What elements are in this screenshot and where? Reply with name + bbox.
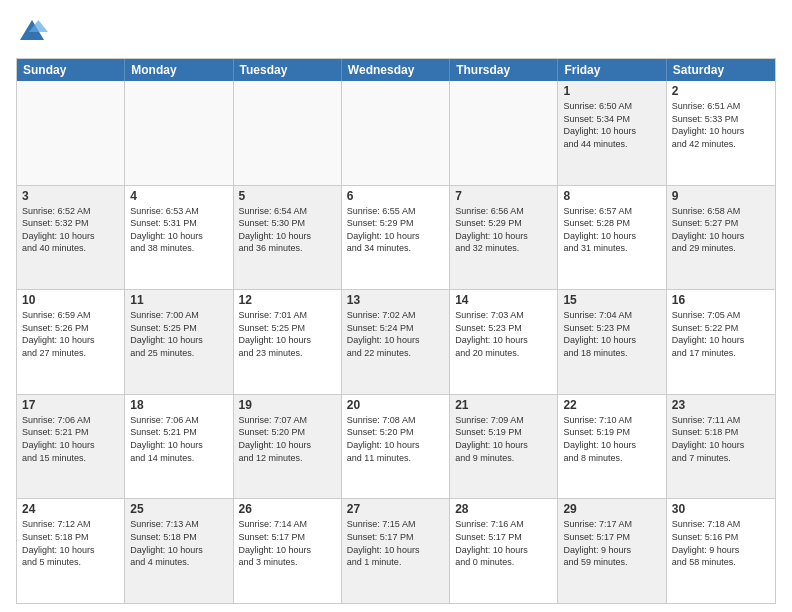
calendar-cell: 14Sunrise: 7:03 AM Sunset: 5:23 PM Dayli… — [450, 290, 558, 394]
day-number: 21 — [455, 398, 552, 412]
weekday-header: Sunday — [17, 59, 125, 81]
day-number: 22 — [563, 398, 660, 412]
calendar-cell: 12Sunrise: 7:01 AM Sunset: 5:25 PM Dayli… — [234, 290, 342, 394]
day-info: Sunrise: 7:02 AM Sunset: 5:24 PM Dayligh… — [347, 309, 444, 359]
day-info: Sunrise: 6:53 AM Sunset: 5:31 PM Dayligh… — [130, 205, 227, 255]
day-info: Sunrise: 7:16 AM Sunset: 5:17 PM Dayligh… — [455, 518, 552, 568]
weekday-header: Friday — [558, 59, 666, 81]
calendar-cell: 13Sunrise: 7:02 AM Sunset: 5:24 PM Dayli… — [342, 290, 450, 394]
calendar-row: 24Sunrise: 7:12 AM Sunset: 5:18 PM Dayli… — [17, 498, 775, 603]
day-info: Sunrise: 7:06 AM Sunset: 5:21 PM Dayligh… — [130, 414, 227, 464]
day-number: 10 — [22, 293, 119, 307]
calendar-body: 1Sunrise: 6:50 AM Sunset: 5:34 PM Daylig… — [17, 81, 775, 603]
day-info: Sunrise: 7:18 AM Sunset: 5:16 PM Dayligh… — [672, 518, 770, 568]
calendar-cell: 26Sunrise: 7:14 AM Sunset: 5:17 PM Dayli… — [234, 499, 342, 603]
day-info: Sunrise: 7:07 AM Sunset: 5:20 PM Dayligh… — [239, 414, 336, 464]
day-info: Sunrise: 7:03 AM Sunset: 5:23 PM Dayligh… — [455, 309, 552, 359]
day-number: 2 — [672, 84, 770, 98]
day-info: Sunrise: 7:10 AM Sunset: 5:19 PM Dayligh… — [563, 414, 660, 464]
calendar-row: 3Sunrise: 6:52 AM Sunset: 5:32 PM Daylig… — [17, 185, 775, 290]
day-info: Sunrise: 7:04 AM Sunset: 5:23 PM Dayligh… — [563, 309, 660, 359]
calendar-cell: 2Sunrise: 6:51 AM Sunset: 5:33 PM Daylig… — [667, 81, 775, 185]
day-info: Sunrise: 6:58 AM Sunset: 5:27 PM Dayligh… — [672, 205, 770, 255]
day-number: 19 — [239, 398, 336, 412]
weekday-header: Wednesday — [342, 59, 450, 81]
day-number: 1 — [563, 84, 660, 98]
calendar-cell: 7Sunrise: 6:56 AM Sunset: 5:29 PM Daylig… — [450, 186, 558, 290]
day-info: Sunrise: 7:13 AM Sunset: 5:18 PM Dayligh… — [130, 518, 227, 568]
day-info: Sunrise: 7:17 AM Sunset: 5:17 PM Dayligh… — [563, 518, 660, 568]
weekday-header: Monday — [125, 59, 233, 81]
calendar-cell: 19Sunrise: 7:07 AM Sunset: 5:20 PM Dayli… — [234, 395, 342, 499]
day-number: 15 — [563, 293, 660, 307]
day-number: 6 — [347, 189, 444, 203]
day-number: 23 — [672, 398, 770, 412]
calendar-cell: 3Sunrise: 6:52 AM Sunset: 5:32 PM Daylig… — [17, 186, 125, 290]
day-info: Sunrise: 6:54 AM Sunset: 5:30 PM Dayligh… — [239, 205, 336, 255]
calendar-cell — [17, 81, 125, 185]
calendar-row: 17Sunrise: 7:06 AM Sunset: 5:21 PM Dayli… — [17, 394, 775, 499]
day-number: 30 — [672, 502, 770, 516]
day-number: 20 — [347, 398, 444, 412]
day-number: 13 — [347, 293, 444, 307]
weekday-header: Tuesday — [234, 59, 342, 81]
day-number: 25 — [130, 502, 227, 516]
calendar-cell: 30Sunrise: 7:18 AM Sunset: 5:16 PM Dayli… — [667, 499, 775, 603]
day-number: 7 — [455, 189, 552, 203]
day-number: 26 — [239, 502, 336, 516]
day-info: Sunrise: 7:15 AM Sunset: 5:17 PM Dayligh… — [347, 518, 444, 568]
header — [16, 16, 776, 48]
calendar-row: 10Sunrise: 6:59 AM Sunset: 5:26 PM Dayli… — [17, 289, 775, 394]
calendar-cell — [234, 81, 342, 185]
calendar-cell: 24Sunrise: 7:12 AM Sunset: 5:18 PM Dayli… — [17, 499, 125, 603]
day-info: Sunrise: 7:05 AM Sunset: 5:22 PM Dayligh… — [672, 309, 770, 359]
day-info: Sunrise: 6:50 AM Sunset: 5:34 PM Dayligh… — [563, 100, 660, 150]
day-number: 17 — [22, 398, 119, 412]
logo-icon — [16, 16, 48, 48]
calendar-cell: 15Sunrise: 7:04 AM Sunset: 5:23 PM Dayli… — [558, 290, 666, 394]
calendar-cell: 8Sunrise: 6:57 AM Sunset: 5:28 PM Daylig… — [558, 186, 666, 290]
day-number: 24 — [22, 502, 119, 516]
day-number: 27 — [347, 502, 444, 516]
day-info: Sunrise: 7:00 AM Sunset: 5:25 PM Dayligh… — [130, 309, 227, 359]
day-info: Sunrise: 7:12 AM Sunset: 5:18 PM Dayligh… — [22, 518, 119, 568]
day-number: 14 — [455, 293, 552, 307]
day-info: Sunrise: 7:14 AM Sunset: 5:17 PM Dayligh… — [239, 518, 336, 568]
day-number: 5 — [239, 189, 336, 203]
calendar-cell: 11Sunrise: 7:00 AM Sunset: 5:25 PM Dayli… — [125, 290, 233, 394]
day-info: Sunrise: 7:01 AM Sunset: 5:25 PM Dayligh… — [239, 309, 336, 359]
day-number: 12 — [239, 293, 336, 307]
calendar-cell: 17Sunrise: 7:06 AM Sunset: 5:21 PM Dayli… — [17, 395, 125, 499]
calendar-cell: 16Sunrise: 7:05 AM Sunset: 5:22 PM Dayli… — [667, 290, 775, 394]
calendar-cell: 22Sunrise: 7:10 AM Sunset: 5:19 PM Dayli… — [558, 395, 666, 499]
day-info: Sunrise: 7:11 AM Sunset: 5:18 PM Dayligh… — [672, 414, 770, 464]
calendar-cell: 23Sunrise: 7:11 AM Sunset: 5:18 PM Dayli… — [667, 395, 775, 499]
calendar-cell: 4Sunrise: 6:53 AM Sunset: 5:31 PM Daylig… — [125, 186, 233, 290]
weekday-header: Thursday — [450, 59, 558, 81]
calendar-cell: 28Sunrise: 7:16 AM Sunset: 5:17 PM Dayli… — [450, 499, 558, 603]
day-info: Sunrise: 6:59 AM Sunset: 5:26 PM Dayligh… — [22, 309, 119, 359]
calendar: SundayMondayTuesdayWednesdayThursdayFrid… — [16, 58, 776, 604]
calendar-cell — [125, 81, 233, 185]
day-info: Sunrise: 7:08 AM Sunset: 5:20 PM Dayligh… — [347, 414, 444, 464]
day-info: Sunrise: 7:06 AM Sunset: 5:21 PM Dayligh… — [22, 414, 119, 464]
calendar-cell: 27Sunrise: 7:15 AM Sunset: 5:17 PM Dayli… — [342, 499, 450, 603]
day-info: Sunrise: 6:56 AM Sunset: 5:29 PM Dayligh… — [455, 205, 552, 255]
calendar-cell: 10Sunrise: 6:59 AM Sunset: 5:26 PM Dayli… — [17, 290, 125, 394]
calendar-header: SundayMondayTuesdayWednesdayThursdayFrid… — [17, 59, 775, 81]
day-info: Sunrise: 6:57 AM Sunset: 5:28 PM Dayligh… — [563, 205, 660, 255]
day-number: 11 — [130, 293, 227, 307]
calendar-cell: 9Sunrise: 6:58 AM Sunset: 5:27 PM Daylig… — [667, 186, 775, 290]
day-number: 8 — [563, 189, 660, 203]
day-number: 18 — [130, 398, 227, 412]
calendar-cell: 18Sunrise: 7:06 AM Sunset: 5:21 PM Dayli… — [125, 395, 233, 499]
calendar-cell: 21Sunrise: 7:09 AM Sunset: 5:19 PM Dayli… — [450, 395, 558, 499]
day-number: 9 — [672, 189, 770, 203]
day-info: Sunrise: 7:09 AM Sunset: 5:19 PM Dayligh… — [455, 414, 552, 464]
calendar-cell: 20Sunrise: 7:08 AM Sunset: 5:20 PM Dayli… — [342, 395, 450, 499]
calendar-cell — [342, 81, 450, 185]
calendar-cell: 25Sunrise: 7:13 AM Sunset: 5:18 PM Dayli… — [125, 499, 233, 603]
day-info: Sunrise: 6:52 AM Sunset: 5:32 PM Dayligh… — [22, 205, 119, 255]
calendar-row: 1Sunrise: 6:50 AM Sunset: 5:34 PM Daylig… — [17, 81, 775, 185]
calendar-cell: 29Sunrise: 7:17 AM Sunset: 5:17 PM Dayli… — [558, 499, 666, 603]
